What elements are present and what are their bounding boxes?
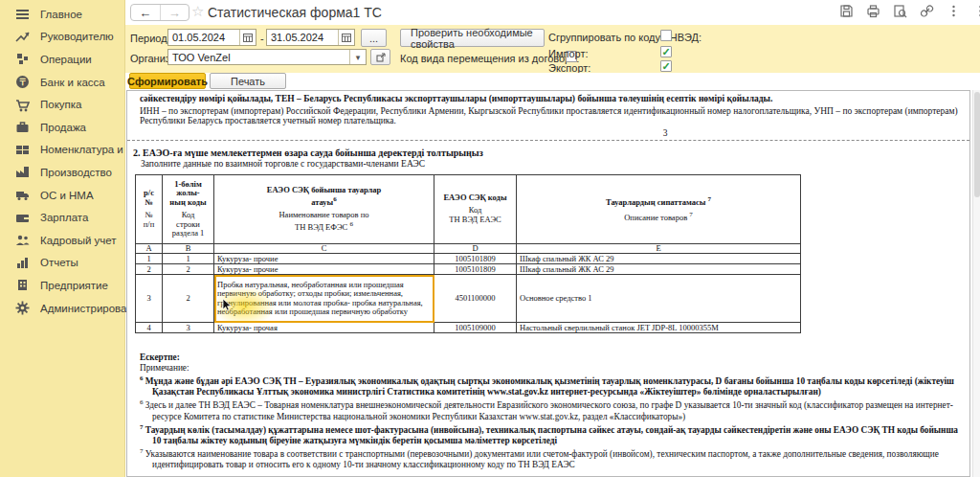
forward-button[interactable]: → [161, 5, 189, 20]
grid-icon [15, 143, 30, 157]
period-more-button[interactable]: ... [361, 29, 387, 47]
import-checkbox[interactable]: ✓ [660, 46, 672, 57]
header-cell-tnved-code[interactable]: ЕАЭО СЭҚ коды Код ТН ВЭД ЕАЭС [434, 174, 517, 243]
table-row: 4 3 Кукуруза- прочая 1005109000 Настольн… [136, 323, 801, 333]
sidebar-item-manager[interactable]: Руководителю [0, 26, 124, 49]
cell-description[interactable]: Настольный сверлильный станок JET JDP-8L… [517, 323, 801, 333]
period-dash: - [260, 33, 264, 44]
gear-icon [15, 301, 30, 315]
sidebar-item-reports[interactable]: Отчеты [0, 252, 124, 275]
sidebar-item-hr[interactable]: Кадровый учет [0, 229, 124, 252]
group-by-tnved-label: Сгруппировать по коду ТНВЭД: [548, 32, 702, 43]
page-break-line [127, 140, 969, 141]
cell-line-code[interactable]: 3 [163, 323, 214, 333]
sidebar-item-main[interactable]: Главное [0, 3, 124, 26]
period-to-input[interactable]: 31.05.2024 [266, 29, 355, 46]
column-letters-row: A B C D E [136, 243, 801, 254]
open-form-icon [376, 53, 386, 62]
print-icon[interactable] [866, 4, 880, 18]
cell-line-code[interactable]: 2 [163, 264, 214, 275]
report-document: сәйкестендіру нөмірі қойылады, ТЕН – Бел… [126, 90, 970, 477]
sidebar-item-sales[interactable]: Продажа [0, 116, 124, 139]
sidebar-item-label: Продажа [40, 122, 86, 133]
selected-cell-goods-name[interactable]: Пробка натуральная, необработанная или п… [214, 275, 434, 323]
cell-goods-name[interactable]: Кукуруза- прочая [214, 323, 434, 333]
letter-cell[interactable]: E [517, 243, 801, 254]
cell-row-number[interactable]: 3 [136, 275, 163, 323]
cart-icon [15, 98, 30, 112]
cell-tnved-code[interactable]: 1005109000 [434, 323, 517, 333]
header-cell-goods-name[interactable]: ЕАЭО СЭҚ бойынша тауарлар атауы6 Наимено… [214, 174, 434, 243]
organization-combobox[interactable]: ТОО VenZel ▾ [167, 49, 367, 65]
cell-line-code[interactable]: 2 [163, 275, 214, 323]
header-cell-description[interactable]: Тауарлардың сипаттамасы 7 Описание товар… [517, 174, 801, 243]
sidebar-item-operations[interactable]: Операции [0, 48, 124, 71]
header-cell-row-number[interactable]: р/с № № п/п [136, 174, 163, 243]
letter-cell[interactable]: A [136, 243, 163, 254]
factory-icon [15, 165, 30, 179]
menu-icon [15, 7, 30, 21]
period-from-input[interactable]: 01.05.2024 [167, 29, 256, 46]
sidebar-item-salary[interactable]: Зарплата [0, 206, 124, 229]
header-cell-line-code[interactable]: 1-бөлім жолы- ның коды Код строки раздел… [163, 174, 214, 243]
cell-row-number[interactable]: 4 [136, 323, 163, 333]
group-by-tnved-checkbox[interactable] [660, 30, 672, 41]
back-button[interactable]: ← [131, 5, 161, 20]
cell-goods-name[interactable]: Кукуруза- прочие [214, 254, 434, 264]
cell-tnved-code[interactable]: 1005101809 [434, 264, 517, 275]
cell-tnved-code[interactable]: 4501100000 [434, 275, 517, 323]
more-dots-icon[interactable] [973, 4, 980, 18]
sidebar-item-administration[interactable]: Администрирование [0, 297, 124, 320]
footnotes: Ескертпе: Примечание: 6 Мұнда жəне бұдан… [140, 352, 958, 469]
letter-cell[interactable]: D [434, 243, 517, 254]
sidebar-item-purchase[interactable]: Покупка [0, 93, 124, 116]
bank-coin-icon: ₸ [15, 75, 30, 89]
link-icon[interactable] [920, 4, 934, 18]
cell-goods-name[interactable]: Кукуруза- прочие [214, 264, 434, 275]
footnote: 7 Указываются наименование товара в соот… [140, 446, 958, 470]
sections-sidebar: Главное Руководителю Операции ₸ Банк и к… [0, 0, 125, 477]
section-title-ru: Заполните данные по взаимной торговле с … [141, 159, 969, 169]
scrollbar-thumb[interactable] [974, 92, 980, 197]
chevron-down-icon[interactable]: ▾ [349, 50, 366, 64]
print-button[interactable]: Печать [210, 73, 286, 89]
favorite-star-icon[interactable]: ☆ [186, 3, 210, 20]
sidebar-item-stock[interactable]: Номенклатура и склад [0, 139, 124, 162]
cell-tnved-code[interactable]: 1005101809 [434, 254, 517, 264]
generate-button[interactable]: Сформировать [129, 73, 206, 89]
letter-cell[interactable]: B [163, 243, 214, 254]
more-dots-icon[interactable] [947, 4, 961, 18]
table-row: 1 1 Кукуруза- прочие 1005101809 Шкаф спа… [136, 254, 801, 264]
operations-icon [15, 52, 30, 66]
cell-description[interactable]: Шкаф спальный ЖК АС 29 [517, 264, 801, 275]
calendar-icon[interactable] [239, 30, 256, 45]
titlebar-actions [839, 4, 980, 18]
open-organization-button[interactable] [370, 49, 390, 65]
building-icon [15, 278, 30, 292]
calendar-icon[interactable] [338, 30, 354, 45]
trend-chart-icon [15, 30, 30, 44]
sidebar-item-enterprise[interactable]: Предприятие [0, 274, 124, 297]
intro-text-ru: ИНН – по экспортерам (импортерам) Россий… [140, 106, 958, 126]
sidebar-item-bank[interactable]: ₸ Банк и касса [0, 71, 124, 94]
import-label: Импорт: [548, 48, 589, 59]
cell-row-number[interactable]: 1 [136, 254, 163, 264]
section-title-kk: 2. ЕАЭО-ға мүше мемлекеттермен өзара сау… [133, 148, 969, 158]
sidebar-item-fixed-assets[interactable]: ОС и НМА [0, 184, 124, 207]
cell-line-code[interactable]: 1 [163, 254, 214, 264]
sidebar-item-production[interactable]: Производство [0, 161, 124, 184]
sidebar-item-label: Покупка [40, 99, 81, 110]
footnote: 6 Здесь и далее ТН ВЭД ЕАЭС – Товарная н… [140, 398, 958, 421]
save-icon[interactable] [839, 4, 854, 18]
print-preview-icon[interactable] [893, 4, 907, 18]
check-properties-button[interactable]: Проверить необходимые свойства [400, 29, 545, 47]
cell-description[interactable]: Шкаф спальный ЖК АС 29 [517, 254, 801, 264]
cell-description[interactable]: Основное средство 1 [517, 275, 801, 323]
footnote: 6 Мұнда жəне бұдан əрі ЕАЭО СЭҚ ТН – Еур… [140, 374, 958, 398]
letter-cell[interactable]: C [214, 243, 434, 254]
report-settings-panel: Период: 01.05.2024 - 31.05.2024 ... Пров… [125, 25, 980, 73]
export-checkbox[interactable]: ✓ [660, 60, 672, 72]
cell-row-number[interactable]: 2 [136, 264, 163, 275]
period-label: Период: [130, 33, 170, 44]
vertical-scrollbar[interactable] [972, 90, 980, 477]
